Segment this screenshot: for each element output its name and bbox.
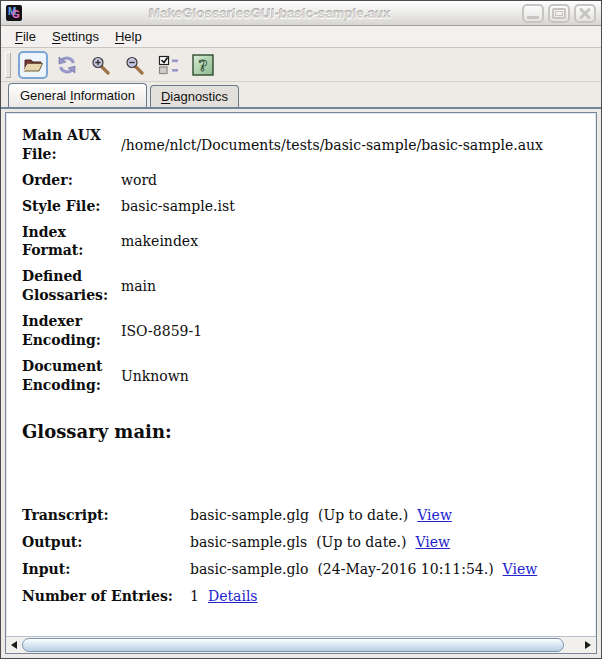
file-name: basic-sample.glg <box>190 507 309 523</box>
menu-file[interactable]: File <box>7 27 44 46</box>
zoom-in-icon <box>90 55 112 75</box>
app-icon-letter-g: G <box>12 9 20 20</box>
field-label: Number of Entries: <box>22 588 190 604</box>
field-value: /home/nlct/Documents/tests/basic-sample/… <box>121 136 588 154</box>
info-row-style-file: Style File: basic-sample.ist <box>22 197 588 216</box>
glossary-heading: Glossary main: <box>22 421 588 442</box>
help-button[interactable]: ? <box>188 51 218 79</box>
field-value: main <box>121 277 588 295</box>
menu-settings[interactable]: Settings <box>44 27 107 46</box>
view-output-link[interactable]: View <box>415 534 450 550</box>
field-label: Defined Glossaries: <box>22 267 112 305</box>
info-row-document-encoding: Document Encoding: Unknown <box>22 357 588 395</box>
glossary-file-rows: Transcript: basic-sample.glg (Up to date… <box>22 502 588 610</box>
right-arrow-icon <box>585 641 591 649</box>
toolbar-grip-handle[interactable] <box>5 52 11 78</box>
field-label: Transcript: <box>22 507 190 523</box>
view-transcript-link[interactable]: View <box>417 507 452 523</box>
reload-icon <box>56 55 78 75</box>
field-label: Document Encoding: <box>22 357 112 395</box>
file-row-transcript: Transcript: basic-sample.glg (Up to date… <box>22 502 588 529</box>
field-label: Index Format: <box>22 223 112 261</box>
scrollbar-track[interactable] <box>22 637 580 653</box>
scroll-left-button[interactable] <box>6 637 22 653</box>
info-row-main-aux-file: Main AUX File: /home/nlct/Documents/test… <box>22 126 588 164</box>
info-row-defined-glossaries: Defined Glossaries: main <box>22 267 588 305</box>
field-value: word <box>121 171 588 189</box>
details-link[interactable]: Details <box>208 588 258 604</box>
field-label: Indexer Encoding: <box>22 312 112 350</box>
tab-general-information[interactable]: General Information <box>8 83 147 107</box>
app-window: M G MakeGlossariesGUI-basic-sample.aux F… <box>0 0 602 659</box>
view-input-link[interactable]: View <box>503 561 538 577</box>
file-status: (Up to date.) <box>316 534 406 550</box>
file-name: basic-sample.glo <box>190 561 308 577</box>
tab-diagnostics[interactable]: Diagnostics <box>150 85 239 107</box>
entry-selection-icon <box>158 55 180 75</box>
info-row-order: Order: word <box>22 171 588 190</box>
minimize-button[interactable] <box>522 4 544 23</box>
field-label: Output: <box>22 534 190 550</box>
info-area: Main AUX File: /home/nlct/Documents/test… <box>6 113 596 636</box>
open-folder-icon <box>22 55 44 75</box>
file-row-number-of-entries: Number of Entries: 1 Details <box>22 583 588 610</box>
entry-selection-button[interactable] <box>154 51 184 79</box>
window-title: MakeGlossariesGUI-basic-sample.aux <box>22 6 518 21</box>
field-label: Main AUX File: <box>22 126 112 164</box>
zoom-in-button[interactable] <box>86 51 116 79</box>
zoom-out-button[interactable] <box>120 51 150 79</box>
field-value: Unknown <box>121 367 588 385</box>
menu-help[interactable]: Help <box>107 27 150 46</box>
field-value: basic-sample.ist <box>121 197 588 215</box>
file-name: basic-sample.gls <box>190 534 307 550</box>
general-information-panel: Main AUX File: /home/nlct/Documents/test… <box>5 112 597 654</box>
entry-count: 1 <box>190 588 199 604</box>
reload-button[interactable] <box>52 51 82 79</box>
scroll-right-button[interactable] <box>580 637 596 653</box>
titlebar: M G MakeGlossariesGUI-basic-sample.aux <box>1 1 601 26</box>
file-status: (24-May-2016 10:11:54.) <box>317 561 493 577</box>
open-file-button[interactable] <box>18 51 48 79</box>
info-row-index-format: Index Format: makeindex <box>22 223 588 261</box>
menubar: File Settings Help <box>1 26 601 48</box>
tab-bar: General Information Diagnostics <box>1 82 601 109</box>
file-row-input: Input: basic-sample.glo (24-May-2016 10:… <box>22 556 588 583</box>
file-row-output: Output: basic-sample.gls (Up to date.) V… <box>22 529 588 556</box>
file-status: (Up to date.) <box>318 507 408 523</box>
horizontal-scrollbar <box>6 636 596 653</box>
app-icon: M G <box>6 5 22 21</box>
svg-text:?: ? <box>199 56 208 74</box>
toolbar: ? <box>1 48 601 82</box>
info-row-indexer-encoding: Indexer Encoding: ISO-8859-1 <box>22 312 588 350</box>
zoom-out-icon <box>124 55 146 75</box>
maximize-button[interactable] <box>548 4 570 23</box>
help-icon: ? <box>192 54 214 76</box>
field-value: makeindex <box>121 232 588 250</box>
field-label: Input: <box>22 561 190 577</box>
field-value: ISO-8859-1 <box>121 322 588 340</box>
field-label: Style File: <box>22 197 112 216</box>
close-button[interactable] <box>574 4 596 23</box>
scrollbar-thumb[interactable] <box>22 638 564 652</box>
left-arrow-icon <box>11 641 17 649</box>
field-label: Order: <box>22 171 112 190</box>
